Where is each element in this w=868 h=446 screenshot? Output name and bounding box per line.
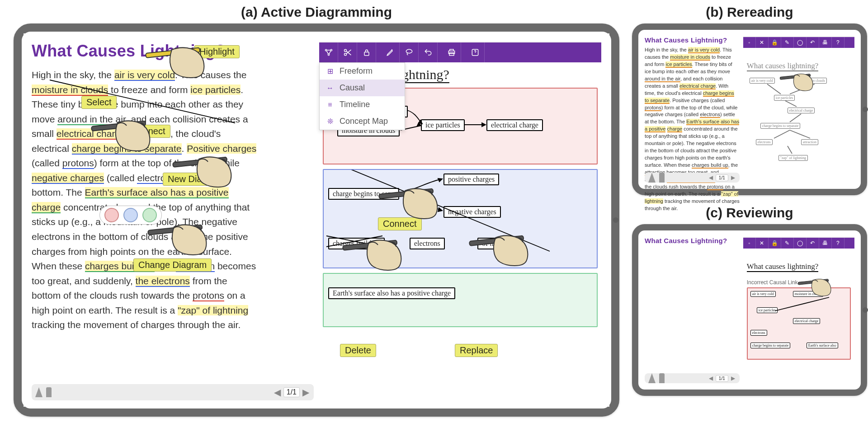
svg-point-8 [406, 49, 412, 53]
passage-title-c: What Causes Lightning? [645, 237, 740, 244]
lasso-icon[interactable] [400, 42, 419, 62]
undo-icon: ↶ [807, 37, 819, 48]
pencil-icon: ✎ [781, 37, 794, 48]
lasso-icon: ◯ [794, 37, 807, 48]
diagram-toolbar [319, 42, 601, 62]
tag-replace: Replace [455, 344, 498, 357]
caption-b: (b) Rereading [632, 5, 867, 20]
svg-rect-7 [364, 52, 369, 56]
reading-pane: What Causes Lightning? High in the sky, … [32, 42, 314, 400]
tag-connect-canvas: Connect [378, 217, 422, 230]
tablet-reviewing: What Causes Lightning? ◀1/1▶ ◦✕🔒 ✎◯↶ 🖶? … [632, 224, 867, 396]
print-icon: 🖶 [819, 37, 832, 48]
tablet-active-diagramming: What Causes Lightning? High in the sky, … [14, 23, 619, 417]
caption-a: (a) Active Diagramming [14, 5, 619, 20]
page-indicator: 1/1 [283, 387, 300, 397]
diagram-type-dropdown[interactable]: ⊞Freeform ↔Causal ≡Timeline ❊Concept Map [319, 62, 405, 130]
color-green[interactable] [142, 208, 157, 222]
svg-point-4 [328, 54, 329, 55]
feedback-label: Incorrect Causal Link [747, 279, 851, 286]
diagram-pane: ⊞Freeform ↔Causal ≡Timeline ❊Concept Map… [319, 42, 601, 400]
tag-new-diagram: New Diagram [163, 173, 227, 186]
scissors-icon: ✕ [756, 37, 769, 48]
color-picker[interactable] [99, 206, 162, 225]
passage-body-b: High in the sky, the air is very cold. T… [645, 47, 740, 212]
dd-timeline[interactable]: ≡Timeline [320, 96, 405, 113]
tag-change-diagram: Change Diagram [133, 258, 212, 272]
tag-highlight: Highlight [194, 45, 240, 58]
dd-causal[interactable]: ↔Causal [320, 80, 405, 96]
scissors-icon[interactable] [338, 42, 357, 62]
prev-page[interactable]: ◀ [274, 387, 281, 398]
color-blue[interactable] [123, 208, 138, 222]
tag-select: Select [81, 96, 117, 109]
pager: ◀ 1/1 ▶ [32, 384, 314, 400]
undo-icon[interactable] [419, 42, 438, 62]
highlighter-icon[interactable] [46, 387, 52, 397]
help-icon[interactable] [466, 42, 485, 62]
zone-separation: charge begins to sepa positive charges n… [323, 169, 598, 268]
lock-icon: 🔒 [769, 37, 781, 48]
dd-concept-map[interactable]: ❊Concept Map [320, 113, 405, 130]
marker-icon[interactable] [35, 387, 42, 397]
zone-earth: Earth's surface also has a positive char… [323, 273, 598, 327]
tablet-rereading: What Causes Lightning? High in the sky, … [632, 23, 867, 195]
help-icon: ? [832, 37, 844, 48]
next-page[interactable]: ▶ [302, 387, 309, 398]
passage-title: What Causes Lightning? [32, 42, 314, 61]
pencil-icon[interactable] [381, 42, 400, 62]
lock-icon[interactable] [357, 42, 376, 62]
diagram-type-icon: ◦ [743, 37, 756, 48]
passage-title-b: What Causes Lightning? [645, 36, 740, 44]
diagram-type-icon[interactable] [319, 42, 338, 62]
svg-rect-9 [449, 53, 454, 56]
node-earth[interactable]: Earth's surface also has a positive char… [328, 287, 455, 299]
dd-freeform[interactable]: ⊞Freeform [320, 63, 405, 80]
tag-delete: Delete [340, 344, 376, 357]
print-icon[interactable] [442, 42, 461, 62]
color-red[interactable] [104, 208, 119, 222]
tag-connect: Connect [127, 125, 170, 138]
